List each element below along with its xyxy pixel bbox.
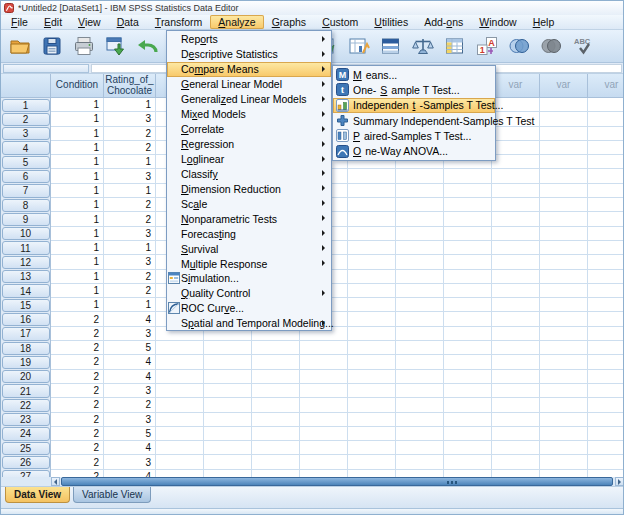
- menu-item-survival[interactable]: Survival: [167, 241, 331, 256]
- row-header-17[interactable]: 17: [1, 327, 51, 341]
- cell-r24-var3[interactable]: [252, 427, 300, 441]
- cell-r6-var7[interactable]: [444, 169, 492, 183]
- cell-r19-var9[interactable]: [540, 355, 588, 369]
- cell-r25-var8[interactable]: [492, 441, 540, 455]
- cell-r11-var7[interactable]: [444, 241, 492, 255]
- row-header-21[interactable]: 21: [1, 384, 51, 398]
- cell-r21-c1[interactable]: 2: [51, 384, 104, 398]
- row-header-19[interactable]: 19: [1, 355, 51, 369]
- row-header-12[interactable]: 12: [1, 255, 51, 269]
- toolbar-save-file-button[interactable]: [37, 32, 66, 60]
- cell-r12-c1[interactable]: 1: [51, 255, 104, 269]
- menu-item-reports[interactable]: Reports: [167, 32, 331, 47]
- cell-reference-box[interactable]: [3, 64, 89, 73]
- cell-r2-c1[interactable]: 1: [51, 112, 104, 126]
- cell-r17-var7[interactable]: [444, 327, 492, 341]
- cell-r3-var9[interactable]: [540, 127, 588, 141]
- cell-r10-c2[interactable]: 3: [104, 227, 156, 241]
- cell-r8-var7[interactable]: [444, 198, 492, 212]
- cell-r16-c1[interactable]: 2: [51, 312, 104, 326]
- cell-r7-c1[interactable]: 1: [51, 184, 104, 198]
- cell-r22-var7[interactable]: [444, 398, 492, 412]
- cell-r17-var5[interactable]: [348, 327, 396, 341]
- menu-item-quality-control[interactable]: Quality Control: [167, 286, 331, 301]
- cell-r26-var8[interactable]: [492, 455, 540, 469]
- cell-r26-c1[interactable]: 2: [51, 455, 104, 469]
- cell-r8-var6[interactable]: [396, 198, 444, 212]
- row-header-26[interactable]: 26: [1, 455, 51, 469]
- cell-r9-var6[interactable]: [396, 212, 444, 226]
- toolbar-weight-cases-button[interactable]: [408, 32, 437, 60]
- cell-r7-c2[interactable]: 1: [104, 184, 156, 198]
- cell-r16-var9[interactable]: [540, 312, 588, 326]
- submenu-item-summary-independent-samples-t-test[interactable]: Summary Independent-Samples T Test: [333, 113, 495, 128]
- cell-r22-var1[interactable]: [156, 398, 204, 412]
- cell-r13-var9[interactable]: [540, 270, 588, 284]
- menu-item-regression[interactable]: Regression: [167, 137, 331, 152]
- row-header-25[interactable]: 25: [1, 441, 51, 455]
- cell-r14-var6[interactable]: [396, 284, 444, 298]
- cell-r21-var9[interactable]: [540, 384, 588, 398]
- cell-r3-var8[interactable]: [492, 127, 540, 141]
- cell-r23-var6[interactable]: [396, 413, 444, 427]
- cell-r20-c1[interactable]: 2: [51, 370, 104, 384]
- cell-r22-var4[interactable]: [300, 398, 348, 412]
- submenu-item-independent-samples-t-test[interactable]: Independent-Samples T Test...: [333, 98, 495, 113]
- cell-r21-var6[interactable]: [396, 384, 444, 398]
- cell-r16-var8[interactable]: [492, 312, 540, 326]
- cell-r19-c1[interactable]: 2: [51, 355, 104, 369]
- column-header-var-8[interactable]: var: [492, 74, 540, 98]
- menubar-item-utilities[interactable]: Utilities: [366, 15, 416, 29]
- cell-r9-var10[interactable]: [588, 212, 624, 226]
- column-header-condition[interactable]: Condition: [51, 74, 104, 98]
- menubar-item-custom[interactable]: Custom: [314, 15, 366, 29]
- cell-r24-var4[interactable]: [300, 427, 348, 441]
- cell-r19-c2[interactable]: 4: [104, 355, 156, 369]
- cell-r24-var9[interactable]: [540, 427, 588, 441]
- row-header-8[interactable]: 8: [1, 198, 51, 212]
- cell-r20-var1[interactable]: [156, 370, 204, 384]
- menubar-item-view[interactable]: View: [70, 15, 109, 29]
- menubar-item-analyze[interactable]: Analyze: [210, 15, 263, 29]
- cell-r9-c1[interactable]: 1: [51, 212, 104, 226]
- cell-r6-var9[interactable]: [540, 169, 588, 183]
- cell-r22-var2[interactable]: [204, 398, 252, 412]
- cell-r1-var10[interactable]: [588, 98, 624, 112]
- menubar-item-file[interactable]: File: [3, 15, 36, 29]
- cell-r24-var10[interactable]: [588, 427, 624, 441]
- cell-r20-var4[interactable]: [300, 370, 348, 384]
- cell-r16-var7[interactable]: [444, 312, 492, 326]
- cell-r11-var9[interactable]: [540, 241, 588, 255]
- menubar-item-help[interactable]: Help: [525, 15, 563, 29]
- menubar-item-add-ons[interactable]: Add-ons: [416, 15, 471, 29]
- menu-item-nonparametric-tests[interactable]: Nonparametric Tests: [167, 211, 331, 226]
- cell-r10-var7[interactable]: [444, 227, 492, 241]
- toolbar-undo-button[interactable]: [133, 32, 162, 60]
- tab-variable-view[interactable]: Variable View: [73, 487, 151, 503]
- column-header-var-10[interactable]: var: [588, 74, 624, 98]
- row-header-5[interactable]: 5: [1, 155, 51, 169]
- cell-r19-var4[interactable]: [300, 355, 348, 369]
- submenu-item-one-way-anova[interactable]: One-Way ANOVA...: [333, 143, 495, 158]
- row-header-24[interactable]: 24: [1, 427, 51, 441]
- submenu-item-paired-samples-t-test[interactable]: Paired-Samples T Test...: [333, 128, 495, 143]
- cell-r24-c2[interactable]: 5: [104, 427, 156, 441]
- cell-r23-var10[interactable]: [588, 413, 624, 427]
- cell-r19-var1[interactable]: [156, 355, 204, 369]
- cell-r8-var5[interactable]: [348, 198, 396, 212]
- row-header-18[interactable]: 18: [1, 341, 51, 355]
- row-header-15[interactable]: 15: [1, 298, 51, 312]
- cell-r10-var10[interactable]: [588, 227, 624, 241]
- cell-r14-var9[interactable]: [540, 284, 588, 298]
- cell-r27-c2[interactable]: 4: [104, 470, 156, 477]
- cell-r21-var7[interactable]: [444, 384, 492, 398]
- menu-item-classify[interactable]: Classify: [167, 166, 331, 181]
- cell-r20-var3[interactable]: [252, 370, 300, 384]
- cell-r24-var6[interactable]: [396, 427, 444, 441]
- cell-r19-var10[interactable]: [588, 355, 624, 369]
- row-header-11[interactable]: 11: [1, 241, 51, 255]
- toolbar-recall-dialogs-button[interactable]: [101, 32, 130, 60]
- cell-r21-var4[interactable]: [300, 384, 348, 398]
- cell-r26-var6[interactable]: [396, 455, 444, 469]
- cell-r17-var8[interactable]: [492, 327, 540, 341]
